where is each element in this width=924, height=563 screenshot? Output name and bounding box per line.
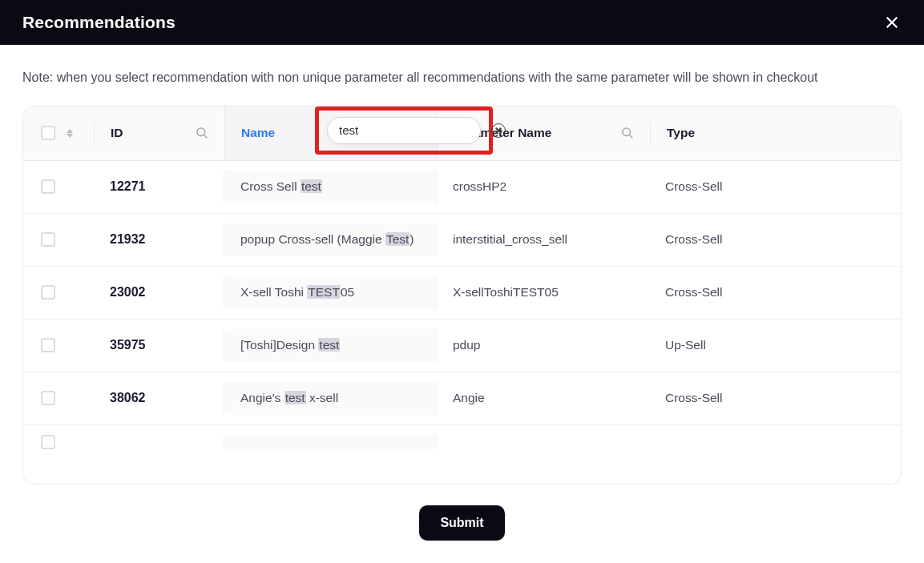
clear-filter-button[interactable]: [491, 123, 506, 138]
cell-id: 38062: [94, 389, 224, 407]
name-filter-input[interactable]: [339, 123, 491, 137]
table-body[interactable]: 12271 Cross Sell test crossHP2 Cross-Sel…: [23, 161, 901, 484]
table-header: ID Name Parameter Name: [23, 107, 901, 161]
table-row[interactable]: 12271 Cross Sell test crossHP2 Cross-Sel…: [23, 161, 901, 214]
cell-name: popup Cross-sell (Maggie Test): [224, 223, 437, 256]
column-header-type[interactable]: Type: [651, 126, 901, 140]
cell-type: Cross-Sell: [649, 389, 901, 407]
select-all-checkbox[interactable]: [41, 126, 55, 140]
cell-name: [224, 435, 437, 449]
submit-button[interactable]: Submit: [419, 505, 504, 541]
sort-down-icon: [67, 134, 73, 138]
column-header-id[interactable]: ID: [95, 126, 224, 140]
cell-parameter: pdup: [437, 336, 649, 354]
cell-type: Cross-Sell: [649, 231, 901, 248]
row-checkbox[interactable]: [41, 435, 55, 449]
row-checkbox[interactable]: [41, 285, 55, 300]
search-icon[interactable]: [196, 127, 208, 139]
column-label: Type: [667, 126, 695, 140]
cell-parameter: Angie: [437, 389, 649, 407]
cell-type: Cross-Sell: [649, 178, 901, 195]
modal-body: Note: when you select recommendation wit…: [0, 45, 924, 563]
cell-parameter: interstitial_cross_sell: [437, 231, 649, 248]
table-row[interactable]: 35975 [Toshi]Design test pdup Up-Sell: [23, 320, 901, 372]
cell-name: Cross Sell test: [224, 171, 437, 203]
cell-parameter: X-sellToshiTEST05: [437, 284, 649, 301]
column-label: ID: [111, 126, 123, 140]
table-row[interactable]: 21932 popup Cross-sell (Maggie Test) int…: [23, 214, 901, 267]
cell-parameter: crossHP2: [437, 178, 649, 195]
column-label: Name: [241, 126, 275, 140]
column-checkbox: [23, 126, 94, 140]
close-icon: [885, 15, 899, 30]
row-checkbox[interactable]: [41, 179, 55, 194]
table-row[interactable]: 38062 Angie's test x-sell Angie Cross-Se…: [23, 372, 901, 425]
cell-id: 23002: [94, 284, 224, 301]
modal-title: Recommendations: [22, 13, 176, 32]
row-checkbox[interactable]: [41, 338, 55, 352]
cell-type: Cross-Sell: [649, 284, 901, 301]
name-filter-popup: [315, 107, 493, 155]
svg-point-0: [197, 128, 205, 136]
cell-id: 35975: [94, 336, 224, 354]
highlight-box: [315, 107, 493, 155]
close-button[interactable]: [882, 13, 902, 32]
sort-toggle[interactable]: [67, 129, 73, 138]
cell-id: 12271: [94, 178, 224, 195]
cell-id: 21932: [94, 231, 224, 248]
recommendations-table: ID Name Parameter Name: [22, 106, 902, 485]
table-row[interactable]: 23002 X-sell Toshi TEST05 X-sellToshiTES…: [23, 267, 901, 320]
sort-up-icon: [67, 129, 73, 133]
search-icon[interactable]: [621, 127, 634, 139]
note-text: Note: when you select recommendation wit…: [22, 67, 902, 88]
cell-name: [Toshi]Design test: [224, 329, 437, 362]
recommendations-modal: Recommendations Note: when you select re…: [0, 0, 924, 563]
table-row[interactable]: [23, 425, 901, 459]
row-checkbox[interactable]: [41, 232, 55, 247]
row-checkbox[interactable]: [41, 391, 55, 405]
cell-name: Angie's test x-sell: [224, 382, 437, 415]
modal-footer: Submit: [22, 485, 902, 563]
filter-input-container: [327, 117, 481, 144]
cell-type: Up-Sell: [649, 336, 901, 354]
cell-name: X-sell Toshi TEST05: [224, 276, 437, 309]
modal-header: Recommendations: [0, 0, 924, 45]
close-circle-icon: [495, 127, 502, 134]
svg-point-1: [623, 128, 631, 136]
